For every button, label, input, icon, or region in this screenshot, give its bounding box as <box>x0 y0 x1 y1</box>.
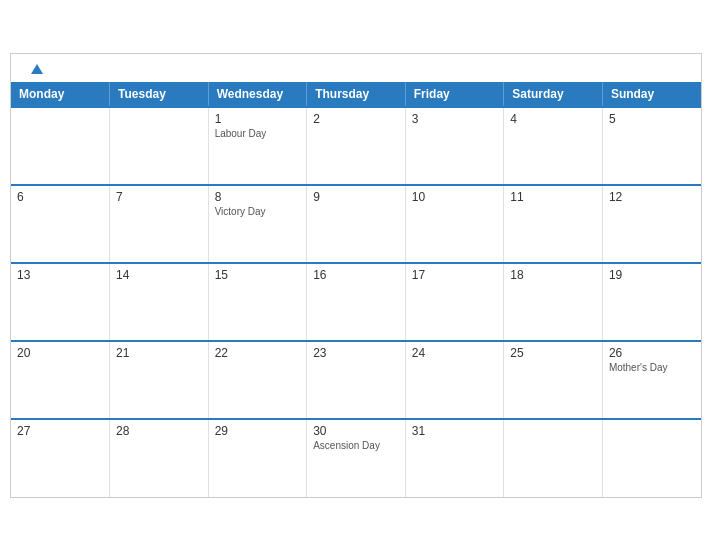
calendar-cell: 28 <box>110 419 209 497</box>
day-number: 27 <box>17 424 103 438</box>
day-number: 14 <box>116 268 202 282</box>
day-number: 3 <box>412 112 498 126</box>
weekday-header-monday: Monday <box>11 82 110 107</box>
calendar-cell: 3 <box>405 107 504 185</box>
calendar-cell: 22 <box>208 341 307 419</box>
calendar-cell: 12 <box>602 185 701 263</box>
holiday-label: Labour Day <box>215 128 301 139</box>
weekday-header-row: MondayTuesdayWednesdayThursdayFridaySatu… <box>11 82 701 107</box>
calendar-container: MondayTuesdayWednesdayThursdayFridaySatu… <box>10 53 702 498</box>
holiday-label: Victory Day <box>215 206 301 217</box>
holiday-label: Ascension Day <box>313 440 399 451</box>
day-number: 5 <box>609 112 695 126</box>
weekday-header-friday: Friday <box>405 82 504 107</box>
calendar-cell: 21 <box>110 341 209 419</box>
day-number: 26 <box>609 346 695 360</box>
calendar-cell: 29 <box>208 419 307 497</box>
calendar-cell: 7 <box>110 185 209 263</box>
calendar-cell <box>11 107 110 185</box>
calendar-cell: 5 <box>602 107 701 185</box>
day-number: 10 <box>412 190 498 204</box>
week-row-4: 27282930Ascension Day31 <box>11 419 701 497</box>
calendar-cell: 6 <box>11 185 110 263</box>
day-number: 19 <box>609 268 695 282</box>
week-row-3: 20212223242526Mother's Day <box>11 341 701 419</box>
week-row-0: 1Labour Day2345 <box>11 107 701 185</box>
calendar-cell: 16 <box>307 263 406 341</box>
logo-triangle-icon <box>31 64 43 74</box>
weekday-header-sunday: Sunday <box>602 82 701 107</box>
day-number: 2 <box>313 112 399 126</box>
day-number: 7 <box>116 190 202 204</box>
day-number: 16 <box>313 268 399 282</box>
day-number: 23 <box>313 346 399 360</box>
day-number: 17 <box>412 268 498 282</box>
calendar-cell <box>110 107 209 185</box>
day-number: 18 <box>510 268 596 282</box>
weekday-header-thursday: Thursday <box>307 82 406 107</box>
week-row-2: 13141516171819 <box>11 263 701 341</box>
weekday-header-saturday: Saturday <box>504 82 603 107</box>
day-number: 28 <box>116 424 202 438</box>
holiday-label: Mother's Day <box>609 362 695 373</box>
day-number: 1 <box>215 112 301 126</box>
calendar-cell: 27 <box>11 419 110 497</box>
day-number: 11 <box>510 190 596 204</box>
day-number: 13 <box>17 268 103 282</box>
calendar-cell: 20 <box>11 341 110 419</box>
day-number: 15 <box>215 268 301 282</box>
weekday-header-tuesday: Tuesday <box>110 82 209 107</box>
day-number: 8 <box>215 190 301 204</box>
week-row-1: 678Victory Day9101112 <box>11 185 701 263</box>
calendar-header <box>11 54 701 82</box>
calendar-cell: 24 <box>405 341 504 419</box>
day-number: 20 <box>17 346 103 360</box>
calendar-cell <box>602 419 701 497</box>
calendar-cell: 23 <box>307 341 406 419</box>
day-number: 30 <box>313 424 399 438</box>
calendar-cell: 25 <box>504 341 603 419</box>
calendar-cell: 19 <box>602 263 701 341</box>
calendar-cell: 14 <box>110 263 209 341</box>
day-number: 31 <box>412 424 498 438</box>
day-number: 4 <box>510 112 596 126</box>
calendar-grid: MondayTuesdayWednesdayThursdayFridaySatu… <box>11 82 701 497</box>
logo <box>27 64 43 74</box>
day-number: 12 <box>609 190 695 204</box>
calendar-cell: 15 <box>208 263 307 341</box>
day-number: 6 <box>17 190 103 204</box>
calendar-cell: 26Mother's Day <box>602 341 701 419</box>
calendar-cell: 8Victory Day <box>208 185 307 263</box>
calendar-cell: 13 <box>11 263 110 341</box>
calendar-cell: 1Labour Day <box>208 107 307 185</box>
calendar-cell: 31 <box>405 419 504 497</box>
calendar-cell: 2 <box>307 107 406 185</box>
weekday-header-wednesday: Wednesday <box>208 82 307 107</box>
day-number: 9 <box>313 190 399 204</box>
calendar-cell: 4 <box>504 107 603 185</box>
calendar-cell: 9 <box>307 185 406 263</box>
calendar-cell: 10 <box>405 185 504 263</box>
day-number: 22 <box>215 346 301 360</box>
day-number: 21 <box>116 346 202 360</box>
calendar-cell: 18 <box>504 263 603 341</box>
calendar-cell: 30Ascension Day <box>307 419 406 497</box>
calendar-cell: 11 <box>504 185 603 263</box>
calendar-cell: 17 <box>405 263 504 341</box>
day-number: 24 <box>412 346 498 360</box>
calendar-cell <box>504 419 603 497</box>
day-number: 25 <box>510 346 596 360</box>
day-number: 29 <box>215 424 301 438</box>
